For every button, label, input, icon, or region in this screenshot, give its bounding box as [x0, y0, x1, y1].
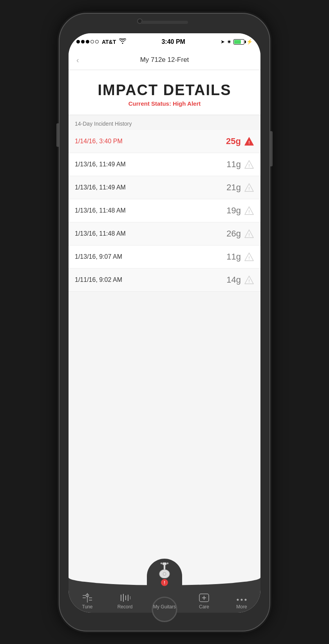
incident-value: 11g — [226, 159, 241, 170]
incident-row[interactable]: 1/13/16, 11:49 AM21g! — [69, 176, 260, 199]
my-guitars-label: My Guitars — [153, 604, 176, 610]
svg-point-29 — [161, 563, 162, 564]
incident-right: 14g! — [226, 275, 254, 285]
signal-dot-5 — [95, 40, 99, 43]
alert-icon: ! — [244, 206, 254, 215]
status-right: ➤ ✴ ⚡ — [221, 39, 253, 45]
signal-dot-1 — [76, 40, 80, 43]
speaker — [141, 21, 188, 24]
guitar-bump: ! — [147, 559, 182, 590]
incident-value: 19g — [226, 206, 241, 216]
more-label: More — [236, 604, 247, 610]
status-time: 3:40 PM — [161, 38, 185, 45]
svg-text:!: ! — [248, 233, 250, 237]
incident-right: 26g! — [226, 229, 254, 239]
charging-icon: ⚡ — [246, 39, 253, 45]
carrier-name: AT&T — [102, 39, 116, 45]
battery-fill — [234, 40, 241, 44]
incident-date: 1/13/16, 11:48 AM — [75, 207, 126, 214]
alert-icon: ! — [244, 252, 254, 262]
alert-icon: ! — [244, 160, 254, 169]
svg-point-35 — [241, 599, 243, 601]
impact-status: Current Status: High Alert — [76, 100, 253, 107]
phone-frame: AT&T 3:40 PM ➤ ✴ — [59, 13, 270, 631]
status-left: AT&T — [76, 38, 126, 45]
incident-date: 1/13/16, 11:49 AM — [75, 184, 126, 191]
more-icon — [236, 597, 247, 603]
care-label: Care — [199, 604, 209, 610]
svg-text:!: ! — [248, 163, 250, 168]
incident-row[interactable]: 1/13/16, 11:49 AM11g! — [69, 153, 260, 176]
bluetooth-icon: ✴ — [227, 39, 231, 45]
status-bar: AT&T 3:40 PM ➤ ✴ — [69, 33, 260, 51]
alert-exclamation: ! — [164, 580, 165, 585]
incident-row[interactable]: 1/11/16, 9:02 AM14g! — [69, 269, 260, 292]
page-title: My 712e 12-Fret — [88, 56, 241, 64]
wifi-icon — [119, 38, 126, 45]
incident-row[interactable]: 1/13/16, 9:07 AM11g! — [69, 245, 260, 269]
svg-point-36 — [245, 599, 247, 601]
record-label: Record — [118, 604, 133, 610]
incident-value: 26g — [226, 229, 241, 239]
navigation-bar: ‹ My 712e 12-Fret — [69, 51, 260, 70]
incident-date: 1/13/16, 9:07 AM — [75, 253, 122, 260]
incident-date: 1/13/16, 11:48 AM — [75, 230, 126, 237]
guitar-alert-badge: ! — [161, 579, 168, 586]
svg-text:!: ! — [248, 209, 250, 214]
guitar-icon — [155, 562, 174, 578]
incident-row[interactable]: 1/14/16, 3:40 PM25g! — [69, 130, 260, 153]
status-label: Current Status: — [128, 100, 173, 107]
phone-screen: AT&T 3:40 PM ➤ ✴ — [69, 33, 260, 613]
incident-row[interactable]: 1/13/16, 11:48 AM26g! — [69, 222, 260, 245]
app-screen: AT&T 3:40 PM ➤ ✴ — [69, 33, 260, 613]
signal-dot-2 — [81, 40, 85, 43]
incident-date: 1/14/16, 3:40 PM — [75, 138, 123, 145]
location-icon: ➤ — [221, 39, 225, 45]
svg-point-27 — [159, 570, 170, 578]
battery-icon — [233, 39, 244, 45]
alert-icon: ! — [244, 275, 254, 285]
incident-date: 1/13/16, 11:49 AM — [75, 161, 126, 168]
signal-dot-3 — [86, 40, 89, 43]
alert-icon: ! — [244, 183, 254, 192]
tune-icon — [82, 593, 93, 603]
impact-title: IMPACT DETAILS — [76, 82, 253, 99]
incident-value: 25g — [226, 136, 241, 146]
impact-header: IMPACT DETAILS Current Status: High Aler… — [69, 70, 260, 115]
svg-point-30 — [167, 563, 168, 564]
incident-right: 19g! — [226, 206, 254, 216]
incident-right: 11g! — [226, 252, 254, 262]
incident-right: 11g! — [226, 159, 254, 170]
tab-care[interactable]: Care — [188, 593, 220, 610]
incident-value: 11g — [226, 252, 241, 262]
section-label: 14-Day Incident History — [69, 115, 260, 130]
signal-strength — [76, 40, 99, 43]
incident-row[interactable]: 1/13/16, 11:48 AM19g! — [69, 199, 260, 222]
tab-bar: Tune Record — [69, 570, 260, 613]
care-icon — [199, 593, 210, 603]
incident-right: 21g! — [226, 182, 254, 193]
tab-record[interactable]: Record — [109, 593, 141, 610]
svg-text:!: ! — [248, 256, 250, 260]
incident-right: 25g! — [226, 136, 254, 146]
svg-text:!: ! — [248, 186, 250, 191]
back-button[interactable]: ‹ — [76, 56, 88, 65]
signal-dot-4 — [90, 40, 94, 43]
alert-icon: ! — [244, 229, 254, 238]
incident-value: 21g — [226, 182, 241, 193]
record-icon — [119, 593, 130, 603]
svg-rect-25 — [163, 563, 166, 565]
incident-date: 1/11/16, 9:02 AM — [75, 276, 122, 283]
status-value: High Alert — [173, 100, 201, 107]
incident-value: 14g — [226, 275, 241, 285]
svg-point-34 — [237, 599, 239, 601]
tab-my-guitars[interactable]: ! My Guitars — [147, 588, 182, 610]
main-content: IMPACT DETAILS Current Status: High Aler… — [69, 70, 260, 570]
alert-icon: ! — [244, 137, 254, 146]
tab-more[interactable]: More — [226, 597, 257, 610]
tab-tune[interactable]: Tune — [72, 593, 103, 610]
svg-text:!: ! — [248, 279, 250, 283]
incident-list: 1/14/16, 3:40 PM25g!1/13/16, 11:49 AM11g… — [69, 130, 260, 292]
tune-label: Tune — [82, 604, 93, 610]
svg-text:!: ! — [248, 140, 250, 145]
